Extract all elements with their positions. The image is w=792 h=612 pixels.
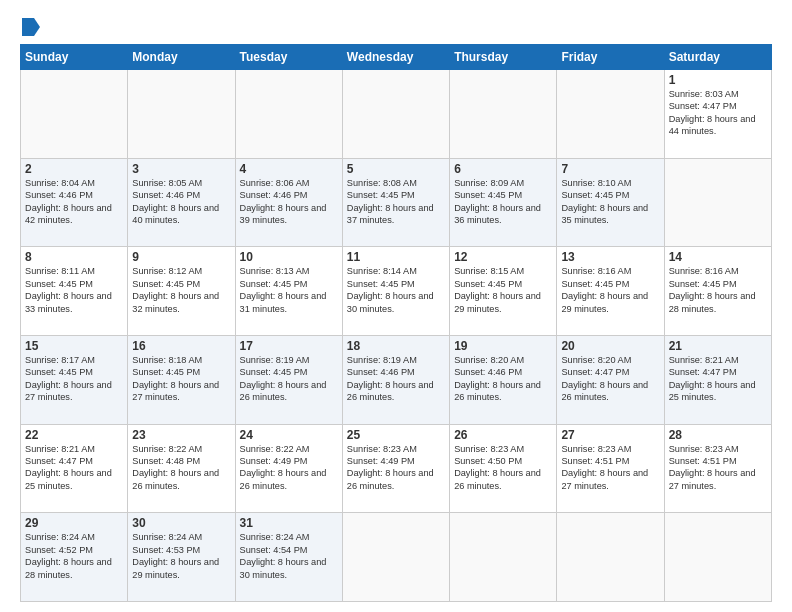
day-number: 20 [561,339,659,353]
calendar-day-cell: 9Sunrise: 8:12 AMSunset: 4:45 PMDaylight… [128,247,235,336]
day-info: Sunrise: 8:22 AMSunset: 4:48 PMDaylight:… [132,444,219,491]
day-number: 25 [347,428,445,442]
day-info: Sunrise: 8:23 AMSunset: 4:51 PMDaylight:… [669,444,756,491]
day-info: Sunrise: 8:17 AMSunset: 4:45 PMDaylight:… [25,355,112,402]
day-number: 27 [561,428,659,442]
day-info: Sunrise: 8:20 AMSunset: 4:47 PMDaylight:… [561,355,648,402]
calendar-day-cell: 11Sunrise: 8:14 AMSunset: 4:45 PMDayligh… [342,247,449,336]
calendar-day-cell: 28Sunrise: 8:23 AMSunset: 4:51 PMDayligh… [664,424,771,513]
day-info: Sunrise: 8:20 AMSunset: 4:46 PMDaylight:… [454,355,541,402]
day-number: 13 [561,250,659,264]
calendar-week-row: 8Sunrise: 8:11 AMSunset: 4:45 PMDaylight… [21,247,772,336]
day-number: 18 [347,339,445,353]
calendar-day-cell: 2Sunrise: 8:04 AMSunset: 4:46 PMDaylight… [21,158,128,247]
day-info: Sunrise: 8:16 AMSunset: 4:45 PMDaylight:… [669,266,756,313]
calendar-day-cell: 4Sunrise: 8:06 AMSunset: 4:46 PMDaylight… [235,158,342,247]
day-number: 19 [454,339,552,353]
calendar-day-cell: 29Sunrise: 8:24 AMSunset: 4:52 PMDayligh… [21,513,128,602]
calendar-day-header: Wednesday [342,45,449,70]
calendar-day-cell: 8Sunrise: 8:11 AMSunset: 4:45 PMDaylight… [21,247,128,336]
calendar-day-cell: 20Sunrise: 8:20 AMSunset: 4:47 PMDayligh… [557,335,664,424]
calendar-day-cell [342,513,449,602]
day-number: 17 [240,339,338,353]
calendar-day-cell: 18Sunrise: 8:19 AMSunset: 4:46 PMDayligh… [342,335,449,424]
calendar-day-cell [128,70,235,159]
calendar-day-cell: 14Sunrise: 8:16 AMSunset: 4:45 PMDayligh… [664,247,771,336]
calendar-day-cell: 6Sunrise: 8:09 AMSunset: 4:45 PMDaylight… [450,158,557,247]
calendar-day-cell: 16Sunrise: 8:18 AMSunset: 4:45 PMDayligh… [128,335,235,424]
calendar-day-cell [450,513,557,602]
calendar-day-cell: 30Sunrise: 8:24 AMSunset: 4:53 PMDayligh… [128,513,235,602]
calendar-week-row: 22Sunrise: 8:21 AMSunset: 4:47 PMDayligh… [21,424,772,513]
day-info: Sunrise: 8:23 AMSunset: 4:51 PMDaylight:… [561,444,648,491]
calendar-day-cell: 31Sunrise: 8:24 AMSunset: 4:54 PMDayligh… [235,513,342,602]
calendar-day-cell: 27Sunrise: 8:23 AMSunset: 4:51 PMDayligh… [557,424,664,513]
calendar-day-cell: 7Sunrise: 8:10 AMSunset: 4:45 PMDaylight… [557,158,664,247]
svg-marker-0 [22,18,40,36]
calendar-day-cell [664,158,771,247]
day-number: 8 [25,250,123,264]
calendar-day-cell: 17Sunrise: 8:19 AMSunset: 4:45 PMDayligh… [235,335,342,424]
day-number: 15 [25,339,123,353]
calendar-day-cell: 1Sunrise: 8:03 AMSunset: 4:47 PMDaylight… [664,70,771,159]
day-number: 10 [240,250,338,264]
calendar-day-cell: 19Sunrise: 8:20 AMSunset: 4:46 PMDayligh… [450,335,557,424]
calendar-day-header: Tuesday [235,45,342,70]
calendar-day-cell [557,70,664,159]
day-number: 11 [347,250,445,264]
calendar-day-cell: 3Sunrise: 8:05 AMSunset: 4:46 PMDaylight… [128,158,235,247]
day-number: 6 [454,162,552,176]
calendar-week-row: 15Sunrise: 8:17 AMSunset: 4:45 PMDayligh… [21,335,772,424]
day-number: 21 [669,339,767,353]
calendar-week-row: 2Sunrise: 8:04 AMSunset: 4:46 PMDaylight… [21,158,772,247]
day-info: Sunrise: 8:23 AMSunset: 4:50 PMDaylight:… [454,444,541,491]
calendar-day-cell: 5Sunrise: 8:08 AMSunset: 4:45 PMDaylight… [342,158,449,247]
day-number: 22 [25,428,123,442]
calendar-day-cell: 23Sunrise: 8:22 AMSunset: 4:48 PMDayligh… [128,424,235,513]
calendar-day-cell: 21Sunrise: 8:21 AMSunset: 4:47 PMDayligh… [664,335,771,424]
day-number: 23 [132,428,230,442]
day-info: Sunrise: 8:21 AMSunset: 4:47 PMDaylight:… [25,444,112,491]
calendar-day-header: Thursday [450,45,557,70]
day-number: 9 [132,250,230,264]
calendar-header-row: SundayMondayTuesdayWednesdayThursdayFrid… [21,45,772,70]
day-number: 2 [25,162,123,176]
day-info: Sunrise: 8:13 AMSunset: 4:45 PMDaylight:… [240,266,327,313]
day-number: 7 [561,162,659,176]
logo [20,18,40,36]
day-number: 5 [347,162,445,176]
day-number: 3 [132,162,230,176]
day-number: 14 [669,250,767,264]
calendar-day-cell: 13Sunrise: 8:16 AMSunset: 4:45 PMDayligh… [557,247,664,336]
day-number: 29 [25,516,123,530]
calendar-day-header: Friday [557,45,664,70]
day-info: Sunrise: 8:18 AMSunset: 4:45 PMDaylight:… [132,355,219,402]
header [20,18,772,36]
calendar-day-cell: 24Sunrise: 8:22 AMSunset: 4:49 PMDayligh… [235,424,342,513]
calendar-day-cell: 25Sunrise: 8:23 AMSunset: 4:49 PMDayligh… [342,424,449,513]
day-info: Sunrise: 8:11 AMSunset: 4:45 PMDaylight:… [25,266,112,313]
day-number: 12 [454,250,552,264]
day-number: 1 [669,73,767,87]
calendar-week-row: 29Sunrise: 8:24 AMSunset: 4:52 PMDayligh… [21,513,772,602]
calendar-day-cell [450,70,557,159]
calendar-day-cell: 10Sunrise: 8:13 AMSunset: 4:45 PMDayligh… [235,247,342,336]
day-info: Sunrise: 8:04 AMSunset: 4:46 PMDaylight:… [25,178,112,225]
day-info: Sunrise: 8:22 AMSunset: 4:49 PMDaylight:… [240,444,327,491]
day-number: 4 [240,162,338,176]
day-info: Sunrise: 8:16 AMSunset: 4:45 PMDaylight:… [561,266,648,313]
page: SundayMondayTuesdayWednesdayThursdayFrid… [0,0,792,612]
day-number: 24 [240,428,338,442]
day-info: Sunrise: 8:19 AMSunset: 4:45 PMDaylight:… [240,355,327,402]
calendar-day-cell [342,70,449,159]
day-info: Sunrise: 8:08 AMSunset: 4:45 PMDaylight:… [347,178,434,225]
calendar-day-cell: 26Sunrise: 8:23 AMSunset: 4:50 PMDayligh… [450,424,557,513]
calendar-week-row: 1Sunrise: 8:03 AMSunset: 4:47 PMDaylight… [21,70,772,159]
day-number: 31 [240,516,338,530]
calendar-day-cell: 22Sunrise: 8:21 AMSunset: 4:47 PMDayligh… [21,424,128,513]
day-info: Sunrise: 8:10 AMSunset: 4:45 PMDaylight:… [561,178,648,225]
calendar-day-cell: 15Sunrise: 8:17 AMSunset: 4:45 PMDayligh… [21,335,128,424]
day-info: Sunrise: 8:19 AMSunset: 4:46 PMDaylight:… [347,355,434,402]
logo-arrow-icon [22,18,40,40]
day-info: Sunrise: 8:21 AMSunset: 4:47 PMDaylight:… [669,355,756,402]
